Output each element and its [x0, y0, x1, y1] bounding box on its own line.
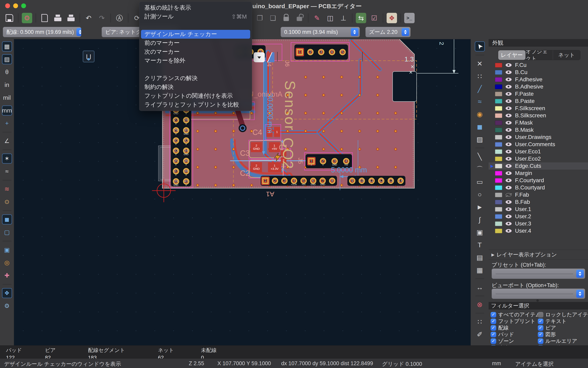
through-hole-pad[interactable]: 1 [296, 48, 304, 56]
layer-row[interactable]: ▶ B.Paste [489, 98, 588, 105]
through-hole-pad[interactable]: 27x [172, 116, 180, 124]
checkbox[interactable] [538, 332, 544, 337]
add-dimension-icon[interactable]: ↔ [475, 282, 485, 292]
filter-item[interactable]: ロックしたアイテム [538, 311, 588, 318]
checkbox[interactable] [538, 325, 544, 331]
group-icon[interactable]: ❐ [255, 13, 265, 23]
menu-item[interactable]: マーカーを除外 [139, 56, 252, 65]
smd-pad-c4-1[interactable]: 1 [274, 127, 280, 137]
bottom-pin-header-a[interactable]: 1 2 3 4+3.3V 5+5V 6GND [261, 176, 337, 186]
scripting-console-icon[interactable]: >_ [404, 13, 415, 23]
layer-color-swatch[interactable] [495, 178, 502, 183]
checkbox[interactable] [538, 312, 544, 318]
layer-row[interactable]: ▶ B.Courtyard [489, 184, 588, 191]
through-hole-pad[interactable]: 1x [307, 157, 316, 165]
layer-color-swatch[interactable] [495, 70, 502, 75]
close-button[interactable] [5, 3, 10, 8]
through-hole-pad[interactable]: 6GND [309, 177, 317, 185]
layer-visibility-toggle[interactable] [505, 62, 512, 68]
add-text-icon[interactable]: T [475, 240, 485, 250]
free-angle-icon[interactable]: ∠ [2, 136, 12, 146]
menu-item[interactable] [139, 21, 252, 30]
layer-row[interactable]: ▶ User.Drawings [489, 134, 588, 141]
layer-visibility-toggle[interactable] [505, 91, 512, 97]
draw-arc-icon[interactable]: ⌒ [475, 164, 485, 174]
through-hole-pad[interactable]: 3GND [330, 157, 339, 165]
page-settings-icon[interactable] [39, 13, 50, 23]
zoom-fit-icon[interactable]: Ⓐ [114, 13, 125, 23]
layer-color-swatch[interactable] [495, 120, 502, 125]
add-via-icon[interactable]: ◉ [475, 109, 485, 119]
through-hole-pad[interactable]: 38x [182, 167, 190, 175]
through-hole-pad[interactable]: 10 [358, 177, 366, 185]
layer-color-swatch[interactable] [495, 135, 502, 139]
filter-item[interactable]: フットプリント [491, 318, 538, 325]
menu-item[interactable]: ライブラリとフットプリントを比較 [139, 100, 252, 109]
add-table-icon[interactable]: ▦ [475, 265, 485, 275]
filter-item[interactable]: テキスト [538, 318, 588, 325]
router-dropdown-button[interactable] [254, 52, 265, 62]
layer-color-swatch[interactable] [495, 77, 502, 82]
minimize-button[interactable] [13, 3, 18, 8]
layer-color-swatch[interactable] [495, 63, 502, 67]
layer-visibility-toggle[interactable] [505, 83, 512, 90]
layer-row[interactable]: ▶ User.Eco2 [489, 155, 588, 162]
footprint-outline-icon[interactable]: ▣ [2, 245, 12, 255]
menu-item[interactable]: 基板の統計を表示 [139, 3, 252, 12]
through-hole-pad[interactable]: 2x [319, 157, 327, 165]
tune-length-icon[interactable]: ≈ [475, 97, 485, 107]
pad-outline-icon[interactable]: ◎ [2, 258, 12, 268]
layer-row[interactable]: ▶ F.Cu [489, 62, 588, 69]
layer-row[interactable]: ▶ B.Silkscreen [489, 112, 588, 119]
preferences-tools-icon[interactable]: ⚙ [2, 301, 12, 311]
layer-color-swatch[interactable] [495, 92, 502, 96]
checkbox[interactable] [491, 332, 496, 337]
zoom-level-select[interactable]: ズーム 2.20 [365, 27, 411, 37]
layer-color-swatch[interactable] [495, 149, 502, 154]
layer-color-swatch[interactable] [495, 214, 502, 219]
filter-item[interactable]: ルールエリア [538, 338, 588, 345]
smd-pad-c3-2[interactable]: 2GND [251, 142, 262, 152]
layer-row[interactable]: ▶ F.Mask [489, 119, 588, 126]
menu-item[interactable]: 前のマーカー [139, 39, 252, 47]
menu-item[interactable]: 次のマーカー [139, 47, 252, 56]
zone-outline-icon[interactable]: ▢ [2, 227, 12, 237]
filter-item[interactable]: ビア [538, 324, 588, 331]
through-hole-pad[interactable]: 5+5V [299, 177, 308, 185]
layer-visibility-toggle[interactable] [505, 221, 512, 227]
draw-bezier-icon[interactable]: ∫ [475, 215, 485, 225]
checkbox[interactable] [538, 338, 544, 344]
high-contrast-icon[interactable]: ❖ [2, 288, 12, 298]
through-hole-pad[interactable]: 4+3.3V [290, 177, 298, 185]
save-icon[interactable] [4, 13, 15, 23]
through-hole-pad[interactable]: 11 [367, 177, 376, 185]
layer-visibility-toggle[interactable] [505, 192, 512, 198]
layer-row[interactable]: ▶ User.4 [489, 227, 588, 234]
layer-display-options[interactable]: ▶ レイヤー表示オプション [489, 250, 588, 260]
through-hole-pad[interactable]: 35x [172, 157, 180, 165]
layer-color-swatch[interactable] [495, 221, 502, 226]
through-hole-pad[interactable]: 5 [338, 48, 347, 56]
bottom-pin-header-b[interactable]: 9 10 11 12 13 14 [347, 176, 405, 186]
through-hole-pad[interactable]: 7GND [318, 177, 327, 185]
plot-icon[interactable] [66, 13, 76, 23]
through-hole-pad[interactable]: 13 [386, 177, 395, 185]
layer-color-swatch[interactable] [495, 128, 502, 132]
units-inch-icon[interactable]: in [2, 80, 12, 90]
track-posture-icon[interactable] [266, 52, 274, 62]
viewport-stepper[interactable] [576, 290, 584, 298]
layer-row[interactable]: ▶ B.Fab [489, 198, 588, 206]
through-hole-pad[interactable]: 34GND [182, 147, 190, 155]
layer-visibility-toggle[interactable] [505, 76, 512, 83]
layer-visibility-toggle[interactable] [505, 120, 512, 126]
zone-fill-icon[interactable]: ◼ [2, 214, 12, 224]
filter-item[interactable]: すべてのアイテム [491, 311, 538, 318]
layer-visibility-toggle[interactable] [505, 98, 512, 104]
layer-color-swatch[interactable] [495, 84, 502, 89]
print-icon[interactable] [53, 13, 63, 23]
layer-visibility-toggle[interactable] [505, 134, 512, 140]
add-rule-area-icon[interactable]: ▨ [475, 134, 485, 144]
draw-polygon-icon[interactable]: ► [475, 202, 485, 212]
layer-visibility-toggle[interactable] [505, 170, 512, 176]
through-hole-pad[interactable]: 31x [172, 136, 180, 145]
